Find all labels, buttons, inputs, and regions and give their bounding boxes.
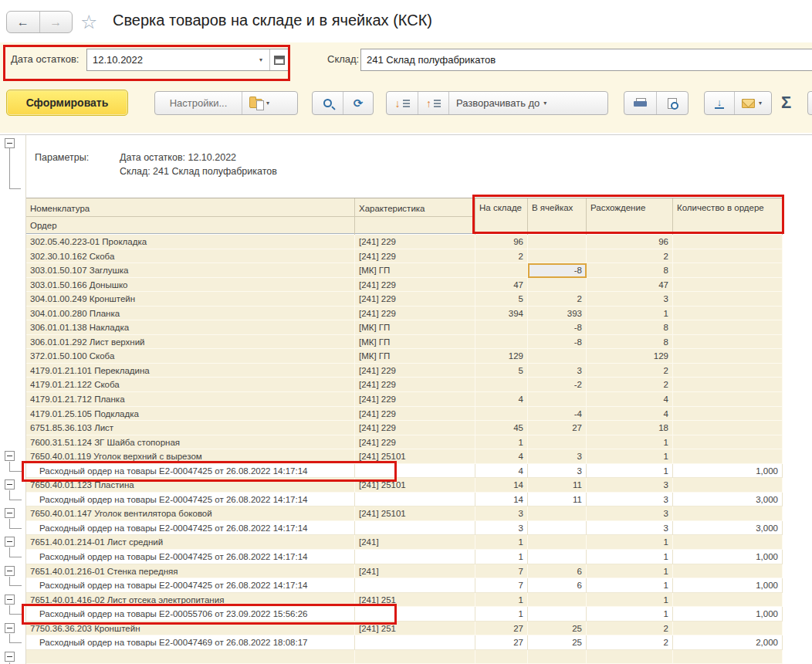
cell-nomenclature[interactable]: Расходный ордер на товары Е2-00047425 от… (26, 521, 355, 536)
cell-stock[interactable]: 5 (475, 364, 528, 378)
cell-discrepancy[interactable]: 3 (587, 292, 673, 307)
column-header-order-qty[interactable]: Количество в ордере (673, 198, 783, 235)
cell-nomenclature[interactable]: 7651.40.01.416-02 Лист отсека электропит… (26, 593, 355, 608)
cell-characteristic[interactable] (355, 635, 475, 650)
group-collapse-marker[interactable] (0, 622, 26, 636)
cell-discrepancy[interactable]: 129 (587, 349, 673, 364)
clipped-edge-button[interactable] (807, 91, 812, 115)
cell-stock[interactable]: 7 (475, 564, 528, 579)
cell-discrepancy[interactable]: 47 (587, 278, 673, 293)
cell-characteristic[interactable] (355, 578, 475, 593)
cell-characteristic[interactable]: [241] 229 (355, 307, 475, 321)
cell-discrepancy[interactable] (587, 650, 673, 664)
cell-stock[interactable]: 1 (475, 535, 528, 550)
table-row[interactable]: Расходный ордер на товары Е2-00047425 от… (0, 464, 783, 479)
cell-cells[interactable]: 25 (528, 635, 587, 650)
table-row[interactable] (0, 650, 783, 664)
group-collapse-marker[interactable] (0, 593, 26, 608)
cell-discrepancy[interactable]: 1 (587, 564, 673, 579)
cell-order-qty[interactable] (673, 392, 783, 407)
cell-order-qty[interactable] (673, 307, 783, 321)
cell-characteristic[interactable]: [241] 229 (355, 364, 475, 378)
table-row[interactable]: 4179.01.21.712 Планка[241] 22944 (0, 392, 783, 407)
cell-nomenclature[interactable]: 302.05.40.223-01 Прокладка (26, 235, 355, 249)
cell-stock[interactable]: 1 (475, 607, 528, 622)
cell-order-qty[interactable] (673, 478, 783, 493)
cell-cells[interactable]: 11 (528, 493, 587, 507)
cell-nomenclature[interactable]: 304.01.00.280 Планка (26, 307, 355, 321)
cell-discrepancy[interactable]: 1 (587, 550, 673, 564)
cell-nomenclature[interactable] (26, 650, 355, 664)
cell-order-qty[interactable]: 1,000 (673, 607, 783, 622)
date-dropdown-button[interactable]: ▾ (252, 49, 269, 70)
cell-discrepancy[interactable]: 4 (587, 392, 673, 407)
cell-cells[interactable]: 11 (528, 478, 587, 493)
cell-discrepancy[interactable]: 3 (587, 506, 673, 521)
cell-stock[interactable]: 14 (475, 478, 528, 493)
expand-groups-button[interactable]: ↑ (418, 92, 448, 114)
cell-cells[interactable]: -8 (528, 263, 587, 278)
cell-cells[interactable] (528, 521, 587, 536)
save-file-button[interactable]: ↓ (705, 92, 734, 114)
cell-order-qty[interactable] (673, 235, 783, 249)
cell-discrepancy[interactable]: 1 (587, 464, 673, 479)
cell-nomenclature[interactable]: 4179.01.25.105 Подкладка (26, 407, 355, 422)
cell-cells[interactable]: 3 (528, 449, 587, 464)
table-row[interactable]: 4179.01.21.101 Перекладина[241] 229532 (0, 364, 783, 378)
cell-order-qty[interactable] (673, 292, 783, 307)
cell-cells[interactable] (528, 650, 587, 664)
cell-stock[interactable] (475, 378, 528, 392)
cell-discrepancy[interactable]: 1 (587, 593, 673, 608)
cell-nomenclature[interactable]: 4179.01.21.712 Планка (26, 392, 355, 407)
cell-cells[interactable]: 6 (528, 578, 587, 593)
params-collapse-marker[interactable] (5, 138, 15, 148)
cell-discrepancy[interactable]: 1 (587, 535, 673, 550)
cell-order-qty[interactable] (673, 278, 783, 293)
cell-discrepancy[interactable]: 8 (587, 335, 673, 350)
cell-characteristic[interactable]: [241] 229 (355, 435, 475, 450)
cell-nomenclature[interactable]: 6751.85.36.103 Лист (26, 421, 355, 435)
cell-characteristic[interactable]: [241] (355, 535, 475, 550)
forward-button[interactable]: → (40, 12, 73, 32)
settings-button[interactable]: Настройки... (155, 92, 242, 114)
cell-cells[interactable]: 3 (528, 364, 587, 378)
cell-order-qty[interactable]: 3,000 (673, 521, 783, 536)
table-row[interactable]: Расходный ордер на товары Е2-00047469 от… (0, 635, 783, 650)
cell-discrepancy[interactable]: 2 (587, 378, 673, 392)
cell-nomenclature[interactable]: 306.01.01.292 Лист верхний (26, 335, 355, 350)
cell-discrepancy[interactable]: 1 (587, 607, 673, 622)
cell-cells[interactable] (528, 506, 587, 521)
cell-stock[interactable]: 394 (475, 307, 528, 321)
cell-nomenclature[interactable]: Расходный ордер на товары Е2-00047425 от… (26, 493, 355, 507)
table-row[interactable]: 7650.40.01.119 Уголок верхний с вырезом[… (0, 449, 783, 464)
table-row[interactable]: Расходный ордер на товары Е2-00047425 от… (0, 578, 783, 593)
sum-button[interactable]: Σ (781, 93, 791, 113)
cell-cells[interactable] (528, 392, 587, 407)
cell-stock[interactable]: 4 (475, 392, 528, 407)
table-row[interactable]: Расходный ордер на товары Е2-00047425 от… (0, 550, 783, 564)
cell-discrepancy[interactable]: 1 (587, 449, 673, 464)
cell-characteristic[interactable]: [241] 229 (355, 421, 475, 435)
cell-discrepancy[interactable]: 8 (587, 263, 673, 278)
print-button[interactable] (624, 92, 656, 114)
table-row[interactable]: Расходный ордер на товары Е2-00047425 от… (0, 521, 783, 536)
cell-order-qty[interactable] (673, 650, 783, 664)
cell-characteristic[interactable]: [241] 251 (355, 622, 475, 636)
cell-stock[interactable]: 3 (475, 521, 528, 536)
cell-order-qty[interactable] (673, 349, 783, 364)
cell-discrepancy[interactable]: 3 (587, 521, 673, 536)
cell-stock[interactable]: 1 (475, 550, 528, 564)
cell-discrepancy[interactable]: 8 (587, 320, 673, 335)
cell-characteristic[interactable] (355, 493, 475, 507)
column-header-characteristic[interactable]: Характеристика (355, 198, 475, 235)
table-row[interactable]: 302.30.10.162 Скоба[241] 22922 (0, 249, 783, 264)
table-row[interactable]: 4179.01.21.122 Скоба[241] 229-22 (0, 378, 783, 392)
cell-characteristic[interactable]: [241] 25101 (355, 478, 475, 493)
cell-characteristic[interactable]: [241] 229 (355, 392, 475, 407)
cell-characteristic[interactable]: [241] (355, 564, 475, 579)
find-next-button[interactable]: ⟳ (343, 92, 373, 114)
column-header-order[interactable]: Ордер (26, 216, 354, 233)
cell-order-qty[interactable]: 3,000 (673, 493, 783, 507)
cell-discrepancy[interactable]: 2 (587, 249, 673, 264)
cell-cells[interactable]: 27 (528, 421, 587, 435)
